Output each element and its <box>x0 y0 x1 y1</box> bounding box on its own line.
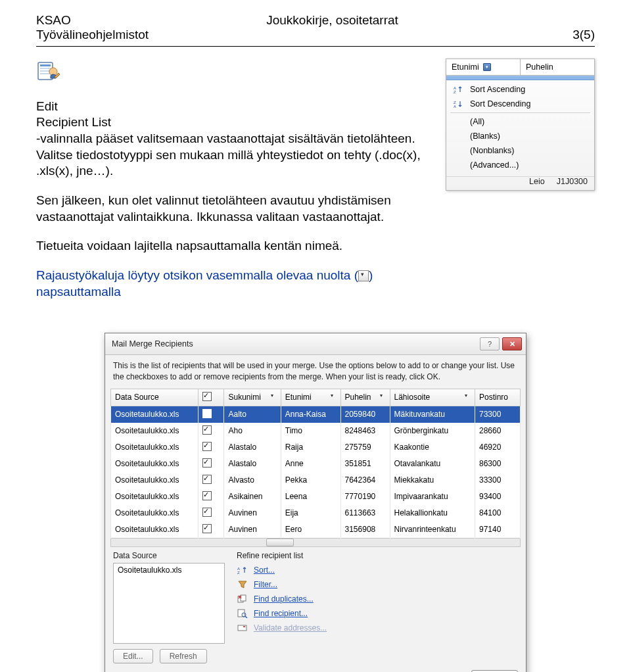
data-source-item[interactable]: Osoitetaulukko.xls <box>118 565 220 575</box>
filter-blanks-item[interactable]: (Blanks) <box>446 129 594 143</box>
sort-ascending-item[interactable]: AZ Sort Ascending <box>446 82 594 97</box>
refine-label: Refine recipient list <box>237 551 327 560</box>
table-row[interactable]: Osoitetaulukko.xls AuvinenEero 3156908Ni… <box>111 521 521 539</box>
table-row[interactable]: Osoitetaulukko.xls AsikainenLeena 777019… <box>111 489 521 505</box>
recipients-table: Data Source Sukunimi▾ Etunimi▾ Puhelin▾ … <box>110 389 521 547</box>
sort-descending-item[interactable]: ZA Sort Descending <box>446 97 594 111</box>
paragraph-1 <box>36 59 432 85</box>
refresh-button[interactable]: Refresh <box>160 649 207 663</box>
header-title: Joukkokirje, osoitetarrat <box>149 13 516 28</box>
dialog-title: Mail Merge Recipients <box>112 339 480 348</box>
data-source-label: Data Source <box>113 551 225 560</box>
paragraph-4: Rajaustyökaluja löytyy otsikon vasemmall… <box>36 268 432 300</box>
col-sukunimi[interactable]: Sukunimi▾ <box>224 389 281 406</box>
menu-separator <box>450 112 590 113</box>
sort-ascending-icon: AZ <box>453 85 463 94</box>
header-org: KSAO <box>36 13 149 28</box>
refine-validate[interactable]: Validate addresses... <box>237 621 327 635</box>
table-row[interactable]: Osoitetaulukko.xls AhoTimo 8248463Grönbe… <box>111 423 521 439</box>
edit-rl-line1: Edit <box>36 99 432 115</box>
svg-rect-1 <box>40 64 51 66</box>
svg-text:Z: Z <box>454 90 456 94</box>
find-icon <box>237 608 248 619</box>
refine-filter[interactable]: Filter... <box>237 577 327 592</box>
header-course: Työvälineohjelmistot <box>36 28 149 42</box>
sort-icon: AZ <box>237 565 248 575</box>
filter-nonblanks-item[interactable]: (Nonblanks) <box>446 143 594 158</box>
edit-recipient-list-icon <box>36 76 60 85</box>
edit-button[interactable]: Edit... <box>113 649 153 663</box>
mail-merge-recipients-dialog: Mail Merge Recipients ? ✕ This is the li… <box>105 333 526 672</box>
edit-rl-line2: Recipient List <box>36 114 432 131</box>
close-button[interactable]: ✕ <box>502 337 522 350</box>
svg-text:Z: Z <box>237 571 240 575</box>
selection-bar <box>446 76 594 80</box>
help-button[interactable]: ? <box>480 337 500 350</box>
col-postinro[interactable]: Postinro <box>475 389 520 406</box>
check-all-icon[interactable] <box>202 392 212 401</box>
filter-column-etunimi[interactable]: Etunimi ▾ <box>446 59 521 75</box>
svg-line-16 <box>245 616 247 618</box>
col-puhelin[interactable]: Puhelin▾ <box>340 389 390 406</box>
validate-icon <box>237 623 248 633</box>
data-source-list[interactable]: Osoitetaulukko.xls <box>113 563 225 644</box>
col-lahiosoite[interactable]: Lähiosoite▾ <box>390 389 475 406</box>
filter-icon <box>237 579 248 590</box>
chevron-down-icon[interactable]: ▾ <box>483 63 491 71</box>
horizontal-scrollbar[interactable] <box>111 538 521 546</box>
filter-all-item[interactable]: (All) <box>446 114 594 129</box>
table-row[interactable]: Osoitetaulukko.xls AlastaloAnne 351851Ot… <box>111 456 521 472</box>
svg-rect-17 <box>238 625 246 631</box>
svg-text:A: A <box>454 105 456 108</box>
col-data-source[interactable]: Data Source <box>111 389 199 406</box>
paragraph-3: Tietueita voidaan lajitella napsauttamal… <box>36 238 432 254</box>
paragraph-2: Sen jälkeen, kun olet valinnut tietoläht… <box>36 193 432 225</box>
col-etunimi[interactable]: Etunimi▾ <box>281 389 340 406</box>
table-row[interactable]: Osoitetaulukko.xls AuvinenEija 6113663He… <box>111 505 521 521</box>
refine-sort[interactable]: AZ Sort... <box>237 563 327 577</box>
svg-rect-18 <box>243 626 245 627</box>
edit-recipient-list-button[interactable] <box>36 60 60 87</box>
refine-duplicates[interactable]: Find duplicates... <box>237 592 327 606</box>
page-header: KSAO Työvälineohjelmistot Joukkokirje, o… <box>36 13 595 42</box>
filter-column-puhelin[interactable]: Puhelin <box>521 59 594 75</box>
table-row[interactable]: Osoitetaulukko.xls AlastaloRaija 275759K… <box>111 439 521 456</box>
dropdown-arrow-icon <box>358 270 369 281</box>
header-rule <box>36 46 595 47</box>
column-filter-menu: Etunimi ▾ Puhelin AZ Sort Ascending ZA <box>446 59 595 191</box>
paragraph-1-text: -valinnalla pääset valitsemaan vastaanot… <box>36 132 421 178</box>
filter-advanced-item[interactable]: (Advanced...) <box>446 158 594 172</box>
refine-find[interactable]: Find recipient... <box>237 606 327 621</box>
table-row[interactable]: Osoitetaulukko.xls AaltoAnna-Kaisa 20598… <box>111 406 521 423</box>
filter-panel-footer: Leio J1J0300 <box>446 176 594 190</box>
dialog-intro: This is the list of recipients that will… <box>105 355 526 388</box>
sort-descending-icon: ZA <box>453 99 463 108</box>
col-checkbox[interactable] <box>199 389 224 406</box>
duplicates-icon <box>237 594 248 604</box>
page-number: 3(5) <box>516 28 595 42</box>
table-row[interactable]: Osoitetaulukko.xls AlvastoPekka 7642364M… <box>111 472 521 489</box>
